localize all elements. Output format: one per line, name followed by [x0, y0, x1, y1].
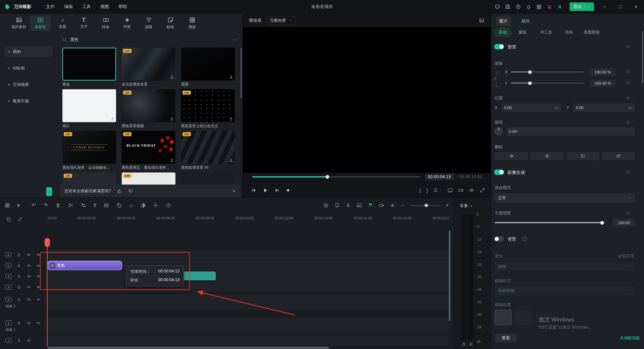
- eye-icon[interactable]: [36, 285, 41, 289]
- lock-icon[interactable]: [17, 253, 21, 257]
- media-item[interactable]: 稿白: [62, 89, 116, 128]
- link-clips-icon[interactable]: [17, 217, 22, 222]
- mark-out-icon[interactable]: }: [426, 188, 428, 193]
- workspace-layout-icon[interactable]: [495, 4, 500, 9]
- color-correction-icon[interactable]: [140, 203, 146, 208]
- tab-templates[interactable]: 模板: [182, 15, 203, 31]
- blur-preset-2[interactable]: [515, 310, 532, 325]
- download-icon[interactable]: [229, 158, 233, 162]
- speaker-icon[interactable]: [26, 274, 31, 279]
- window-close-button[interactable]: ×: [631, 4, 641, 9]
- media-item[interactable]: VIP 黑色纹理背景 05: [181, 131, 235, 170]
- rotate-cw-button[interactable]: [602, 152, 635, 160]
- position-keyframe-icon[interactable]: ◇: [626, 95, 630, 100]
- flip-horizontal-button[interactable]: [495, 152, 528, 160]
- more-options-icon[interactable]: ⋯: [232, 37, 237, 42]
- delete-icon[interactable]: [55, 203, 61, 208]
- timeline-horizontal-scrollbar[interactable]: [47, 347, 329, 349]
- notifications-bell-icon[interactable]: [526, 4, 531, 9]
- render-preview-icon[interactable]: [323, 203, 329, 208]
- timeline-ruler[interactable]: 00:00 00:00:02:00 00:00:04:00 00:00:06:0…: [45, 213, 449, 223]
- media-item[interactable]: VIP BLACK FRIDAY 黑色星期五、黑色现代渐变...: [122, 131, 175, 170]
- display-output-icon[interactable]: [447, 188, 453, 193]
- track-lane[interactable]: [45, 335, 449, 345]
- speaker-icon[interactable]: [26, 297, 31, 302]
- compositing-toggle[interactable]: [494, 169, 504, 175]
- compositing-keyframe-icon[interactable]: ◇: [626, 169, 630, 174]
- rotate-ccw-button[interactable]: [566, 152, 599, 160]
- motion-track-icon[interactable]: [153, 203, 158, 208]
- auto-ripple-icon[interactable]: [390, 203, 395, 208]
- copy-icon[interactable]: [116, 203, 122, 208]
- export-button[interactable]: 导出: [570, 2, 594, 11]
- split-scissors-icon[interactable]: [68, 203, 73, 208]
- snapshot-camera-icon[interactable]: [458, 188, 464, 193]
- tab-color[interactable]: 颜色: [522, 18, 530, 24]
- mute-speaker-icon[interactable]: [469, 188, 474, 193]
- flip-vertical-button[interactable]: [530, 152, 564, 160]
- slider-handle[interactable]: [600, 221, 604, 225]
- eye-icon[interactable]: [36, 274, 41, 279]
- media-item[interactable]: VIP 黑色背景上的白色光点: [181, 89, 235, 128]
- next-frame-icon[interactable]: [274, 188, 280, 193]
- subtab-animation[interactable]: 动画: [565, 30, 573, 35]
- track-lane[interactable]: [45, 250, 449, 260]
- media-item[interactable]: 墨黑: [181, 48, 235, 87]
- blend-mode-dropdown[interactable]: 正常: [495, 193, 635, 203]
- link-scale-icon[interactable]: [493, 76, 497, 82]
- window-minimize-button[interactable]: −: [599, 4, 610, 9]
- reset-button[interactable]: 重置: [495, 334, 517, 342]
- quality-dropdown[interactable]: 完整画质: [266, 16, 296, 25]
- zoom-handle[interactable]: [425, 204, 428, 207]
- eye-icon[interactable]: [36, 253, 41, 257]
- menu-edit[interactable]: 编辑: [64, 4, 73, 10]
- playhead-handle[interactable]: [45, 238, 50, 247]
- timeline-clip-black[interactable]: 黑色: [47, 261, 122, 270]
- opacity-keyframe-icon[interactable]: ◇: [626, 210, 630, 215]
- download-icon[interactable]: [110, 116, 115, 121]
- sidebar-collapse-button[interactable]: ‹: [46, 187, 52, 196]
- sidebar-item-mine[interactable]: ▸ 我的: [5, 46, 53, 57]
- eye-icon[interactable]: [36, 263, 41, 268]
- help-icon[interactable]: ?: [522, 237, 527, 241]
- blur-preset-1[interactable]: [495, 310, 512, 325]
- keyframe-icon[interactable]: ◇: [129, 203, 133, 208]
- background-toggle[interactable]: [494, 236, 504, 242]
- scale-y-value[interactable]: 100.00 %: [590, 80, 615, 87]
- scale-y-keyframe-icon[interactable]: ◇: [626, 80, 630, 84]
- speaker-icon[interactable]: [26, 253, 31, 257]
- save-project-icon[interactable]: [505, 4, 511, 9]
- media-item[interactable]: VIP CYBER MONDAY 黑色现代渐变、运动抽象假...: [62, 131, 116, 170]
- lock-icon[interactable]: [17, 274, 21, 279]
- tab-text[interactable]: T 文字: [73, 15, 94, 31]
- thumbs-down-icon[interactable]: [128, 189, 133, 194]
- scale-x-value[interactable]: 100.00 %: [590, 68, 615, 76]
- pos-y-input[interactable]: 0.00 px: [573, 103, 635, 112]
- tab-my-media[interactable]: 我的素材: [8, 15, 29, 31]
- sidebar-item-stock[interactable]: ▸ 万兴喵库: [5, 79, 53, 90]
- share-upload-icon[interactable]: [516, 4, 521, 9]
- speaker-icon[interactable]: [26, 338, 31, 343]
- rotate-input[interactable]: 0.00°: [506, 127, 635, 136]
- tab-stickers[interactable]: 贴纸: [160, 15, 181, 31]
- copy-track-icon[interactable]: [6, 217, 11, 222]
- previous-frame-icon[interactable]: [251, 188, 256, 193]
- stop-icon[interactable]: [286, 188, 290, 193]
- rotate-keyframe-icon[interactable]: ◇: [626, 119, 630, 124]
- tab-effects[interactable]: ★ 特效: [117, 15, 138, 31]
- mark-in-icon[interactable]: {: [419, 188, 421, 193]
- lock-icon[interactable]: [17, 297, 21, 302]
- subtab-mask[interactable]: 蒙版: [519, 30, 527, 35]
- menu-help[interactable]: 帮助: [118, 4, 127, 10]
- slider-handle[interactable]: [528, 81, 532, 85]
- speaker-icon[interactable]: [26, 321, 31, 325]
- track-lane[interactable]: [45, 271, 449, 281]
- compare-view-icon[interactable]: [479, 18, 484, 23]
- seek-bar[interactable]: [252, 176, 420, 178]
- tab-transitions[interactable]: 转场: [95, 15, 116, 31]
- scale-x-keyframe-icon[interactable]: ◇: [626, 69, 630, 73]
- zoom-in-icon[interactable]: +: [446, 203, 449, 208]
- media-item[interactable]: 黑色: [62, 48, 116, 87]
- thumbs-up-icon[interactable]: [117, 189, 122, 194]
- track-lane[interactable]: [45, 317, 449, 334]
